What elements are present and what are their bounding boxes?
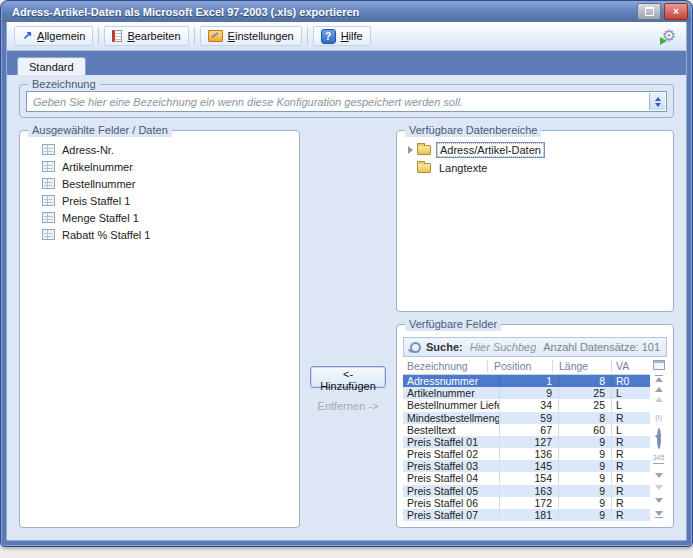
tab-standard[interactable]: Standard: [17, 57, 86, 75]
settings-icon: [208, 30, 223, 42]
spin-up-icon: [655, 97, 661, 101]
table-row[interactable]: Preis Staffel 07 181 9 R: [403, 509, 650, 521]
help-icon: ?: [321, 29, 336, 44]
table-header: Bezeichnung Position Länge VA: [403, 359, 650, 375]
fields-grid: Bezeichnung Position Länge VA Adressnumm…: [403, 359, 667, 521]
column-header-position[interactable]: Position: [487, 360, 552, 372]
filter-icon[interactable]: [655, 473, 663, 478]
toolbar-separator: [98, 27, 99, 45]
move-prev-icon[interactable]: [655, 397, 663, 402]
selected-fields-group: Ausgewählte Felder / Daten Adress-Nr. Ar…: [19, 130, 300, 528]
toolbar-separator: [194, 27, 195, 45]
edit-document-icon: [112, 30, 122, 42]
close-button[interactable]: ×: [664, 3, 688, 20]
tree-item-langtexte[interactable]: Langtexte: [403, 159, 667, 177]
search-icon: [410, 342, 421, 353]
brackets-icon[interactable]: (I): [655, 414, 662, 422]
field-grid-icon: [42, 195, 55, 206]
table-row[interactable]: Preis Staffel 03 145 9 R: [403, 460, 650, 472]
toolbar-button-bearbeiten[interactable]: Bearbeiten: [104, 26, 188, 46]
tab-strip: Standard: [7, 51, 686, 75]
list-item-label: Preis Staffel 1: [62, 195, 130, 207]
bezeichnung-group-label: Bezeichnung: [28, 78, 100, 91]
available-fields-group-label: Verfügbare Felder: [405, 318, 501, 331]
zoom-icon[interactable]: [657, 430, 661, 448]
list-item[interactable]: Adress-Nr.: [26, 141, 293, 158]
run-export-button[interactable]: ⚙: [658, 26, 680, 46]
titlebar[interactable]: Adress-Artikel-Daten als Microsoft Excel…: [2, 1, 691, 22]
dialog-client-area: ↗ Allgemein Bearbeiten Einstellungen ? H…: [6, 22, 687, 541]
list-item[interactable]: Menge Staffel 1: [26, 209, 293, 226]
move-down-icon[interactable]: [655, 498, 663, 503]
expander-icon[interactable]: [403, 146, 417, 154]
dialog-content: Bezeichnung Ausgewählte Felder / Daten: [7, 75, 686, 540]
column-header-va[interactable]: VA: [611, 360, 650, 372]
table-row[interactable]: Artikelnummer 9 25 L: [403, 387, 650, 399]
maximize-icon: [645, 7, 654, 16]
list-item[interactable]: Preis Staffel 1: [26, 192, 293, 209]
field-grid-icon: [42, 144, 55, 155]
list-item-label: Adress-Nr.: [62, 144, 114, 156]
move-last-icon[interactable]: [655, 511, 663, 518]
close-icon: ×: [673, 7, 679, 17]
search-label: Suche:: [426, 341, 463, 353]
toolbar-button-hilfe[interactable]: ? Hilfe: [313, 26, 371, 46]
grid-navigator: (I) 345: [650, 359, 667, 521]
field-grid-icon: [42, 212, 55, 223]
selected-fields-group-label: Ausgewählte Felder / Daten: [28, 124, 172, 137]
list-item-label: Rabatt % Staffel 1: [62, 229, 150, 241]
table-row[interactable]: Preis Staffel 05 163 9 R: [403, 485, 650, 497]
selected-fields-list: Adress-Nr. Artikelnummer Bestellnummer: [26, 141, 293, 243]
list-item-label: Menge Staffel 1: [62, 212, 139, 224]
spinner-button[interactable]: [649, 93, 665, 110]
search-input[interactable]: [468, 340, 539, 354]
table-row[interactable]: Bestellnummer Lieferant 34 25 L: [403, 399, 650, 411]
search-bar: Suche: Anzahl Datensätze: 101: [403, 337, 667, 357]
toolbar-button-einstellungen[interactable]: Einstellungen: [200, 26, 302, 46]
list-item-label: Artikelnummer: [62, 161, 133, 173]
bezeichnung-group: Bezeichnung: [19, 84, 674, 118]
arrow-up-right-icon: ↗: [22, 30, 32, 42]
table-row[interactable]: Bestelltext 67 60 L: [403, 424, 650, 436]
transfer-controls: <- Hinzufügen Entfernen ->: [310, 130, 386, 528]
toolbar: ↗ Allgemein Bearbeiten Einstellungen ? H…: [7, 22, 686, 51]
table-row[interactable]: Adressnummer 1 8 R0: [403, 375, 650, 387]
list-item[interactable]: Artikelnummer: [26, 158, 293, 175]
data-areas-group: Verfügbare Datenbereiche Adress/Artikel-…: [396, 130, 674, 312]
screen: Adress-Artikel-Daten als Microsoft Excel…: [0, 0, 693, 558]
toolbar-separator: [307, 27, 308, 45]
table-row[interactable]: Preis Staffel 06 172 9 R: [403, 497, 650, 509]
data-areas-tree: Adress/Artikel-Daten Langtexte: [403, 141, 667, 177]
toolbar-button-allgemein[interactable]: ↗ Allgemein: [14, 26, 93, 46]
tree-item-label: Adress/Artikel-Daten: [436, 142, 545, 158]
table-row[interactable]: Preis Staffel 02 136 9 R: [403, 448, 650, 460]
add-button[interactable]: <- Hinzufügen: [310, 366, 386, 388]
column-header-bezeichnung[interactable]: Bezeichnung: [403, 360, 487, 372]
column-header-laenge[interactable]: Länge: [552, 360, 611, 372]
available-fields-group: Verfügbare Felder Suche: Anzahl Datensät…: [396, 324, 674, 528]
toolbar-label-bearbeiten: Bearbeiten: [127, 30, 180, 42]
bezeichnung-input[interactable]: [27, 92, 666, 111]
column-chooser-icon[interactable]: [653, 360, 665, 370]
tree-item-label: Langtexte: [436, 161, 490, 175]
fields-table: Bezeichnung Position Länge VA Adressnumm…: [403, 359, 650, 521]
toolbar-label-allgemein: Allgemein: [37, 30, 85, 42]
table-row[interactable]: Preis Staffel 01 127 9 R: [403, 436, 650, 448]
move-next-icon[interactable]: [655, 485, 663, 490]
table-row[interactable]: Preis Staffel 04 154 9 R: [403, 472, 650, 484]
window-title: Adress-Artikel-Daten als Microsoft Excel…: [12, 6, 637, 18]
sort-numeric-icon[interactable]: 345: [653, 454, 665, 464]
table-row[interactable]: Mindestbestellmenge 59 8 R: [403, 412, 650, 424]
tree-item-adress-artikel-daten[interactable]: Adress/Artikel-Daten: [403, 141, 667, 159]
list-item[interactable]: Bestellnummer: [26, 175, 293, 192]
list-item-label: Bestellnummer: [62, 178, 135, 190]
maximize-button[interactable]: [637, 3, 661, 20]
right-column: Verfügbare Datenbereiche Adress/Artikel-…: [396, 130, 674, 528]
move-first-icon[interactable]: [655, 375, 663, 382]
bezeichnung-combobox: [26, 91, 667, 112]
green-play-icon: [660, 37, 667, 45]
spin-down-icon: [655, 103, 661, 107]
list-item[interactable]: Rabatt % Staffel 1: [26, 226, 293, 243]
remove-button[interactable]: Entfernen ->: [318, 400, 379, 412]
move-up-icon[interactable]: [655, 387, 663, 392]
